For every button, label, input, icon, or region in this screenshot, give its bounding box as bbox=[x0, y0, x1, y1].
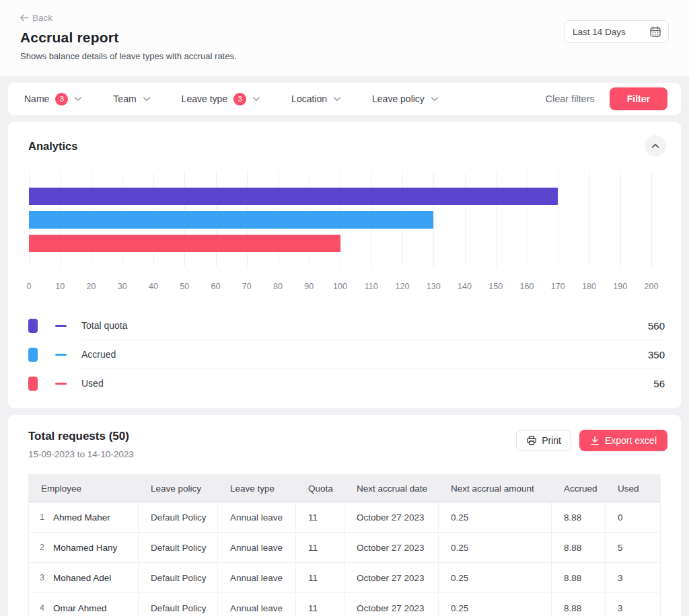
cell-next-accrual-amount: 0.25 bbox=[439, 533, 552, 562]
total-requests-title: Total requests (50) bbox=[28, 430, 134, 443]
legend-dash-icon bbox=[55, 325, 67, 327]
column-header-used: Used bbox=[606, 475, 660, 502]
x-tick-label: 200 bbox=[645, 282, 659, 291]
filter-bar: Name3TeamLeave type3LocationLeave policy… bbox=[8, 83, 681, 115]
filter-button[interactable]: Filter bbox=[610, 87, 667, 110]
analytics-card: Analytics 010203040506070809010011012013… bbox=[8, 122, 681, 408]
filter-dropdown-name[interactable]: Name3 bbox=[24, 93, 82, 106]
gridline bbox=[651, 171, 652, 267]
cell-leave-policy: Default Policy bbox=[139, 502, 218, 532]
legend-value: 56 bbox=[653, 378, 665, 389]
chevron-up-icon bbox=[651, 143, 659, 149]
bar-used bbox=[29, 235, 340, 252]
x-tick-label: 40 bbox=[149, 282, 158, 291]
gridline bbox=[465, 171, 466, 267]
row-index: 3 bbox=[40, 573, 45, 582]
export-excel-button[interactable]: Export excel bbox=[579, 430, 667, 451]
x-tick-label: 80 bbox=[273, 282, 283, 291]
column-header-leave-type: Leave type bbox=[218, 475, 296, 502]
export-excel-label: Export excel bbox=[605, 435, 657, 446]
legend-dash-icon bbox=[55, 354, 67, 356]
chart-legend: Total quota560Accrued350Used56 bbox=[28, 311, 665, 397]
legend-swatch bbox=[28, 377, 38, 391]
print-button[interactable]: Print bbox=[516, 430, 571, 451]
collapse-analytics-button[interactable] bbox=[645, 135, 666, 157]
x-tick-label: 160 bbox=[520, 282, 534, 291]
legend-label: Accrued bbox=[81, 349, 116, 360]
gridline bbox=[558, 171, 558, 267]
cell-next-accrual-date: October 27 2023 bbox=[344, 533, 439, 562]
legend-value: 560 bbox=[648, 320, 665, 332]
cell-next-accrual-amount: 0.25 bbox=[439, 502, 552, 532]
column-header-next-accrual-amount: Next accrual amount bbox=[439, 475, 552, 502]
x-tick-label: 20 bbox=[87, 282, 96, 291]
cell-used: 3 bbox=[606, 563, 660, 592]
bar-accrued bbox=[29, 211, 433, 229]
gridline bbox=[527, 171, 528, 267]
x-tick-label: 120 bbox=[396, 282, 410, 291]
cell-used: 5 bbox=[606, 533, 660, 562]
x-tick-label: 140 bbox=[458, 282, 472, 291]
legend-row-used[interactable]: Used56 bbox=[28, 369, 665, 397]
x-tick-label: 30 bbox=[118, 282, 127, 291]
filter-dropdown-team[interactable]: Team bbox=[113, 93, 150, 104]
filter-items: Name3TeamLeave type3LocationLeave policy bbox=[24, 93, 545, 106]
cell-accrued: 8.88 bbox=[552, 563, 606, 592]
x-tick-label: 190 bbox=[613, 282, 627, 291]
cell-next-accrual-date: October 27 2023 bbox=[344, 563, 439, 592]
page-subtitle: Shows balance details of leave types wit… bbox=[20, 51, 237, 61]
back-link[interactable]: Back bbox=[20, 13, 52, 23]
legend-row-total-quota[interactable]: Total quota560 bbox=[28, 311, 665, 340]
requests-table: EmployeeLeave policyLeave typeQuotaNext … bbox=[28, 474, 661, 616]
filter-label: Leave type bbox=[182, 93, 228, 104]
cell-next-accrual-amount: 0.25 bbox=[439, 593, 552, 616]
cell-quota: 11 bbox=[296, 533, 344, 562]
cell-quota: 11 bbox=[296, 563, 344, 592]
x-tick-label: 180 bbox=[582, 282, 596, 291]
cell-leave-policy: Default Policy bbox=[139, 593, 218, 616]
filter-count-badge: 3 bbox=[55, 93, 68, 106]
filter-dropdown-location[interactable]: Location bbox=[291, 93, 341, 104]
cell-leave-type: Annual leave bbox=[218, 502, 296, 532]
bar-chart: 0102030405060708090100110120130140150160… bbox=[29, 171, 651, 294]
cell-accrued: 8.88 bbox=[552, 533, 606, 562]
cell-employee: 1Ahmed Maher bbox=[29, 502, 139, 532]
cell-accrued: 8.88 bbox=[552, 593, 606, 616]
row-index: 4 bbox=[40, 603, 45, 613]
download-icon bbox=[590, 436, 600, 446]
employee-name: Omar Ahmed bbox=[53, 603, 107, 613]
filter-label: Name bbox=[24, 93, 49, 104]
cell-leave-type: Annual leave bbox=[218, 593, 296, 616]
date-range-select[interactable]: Last 14 Days bbox=[564, 20, 669, 43]
row-index: 1 bbox=[40, 512, 45, 522]
cell-quota: 11 bbox=[296, 593, 344, 616]
cell-leave-policy: Default Policy bbox=[139, 563, 218, 592]
requests-date-range: 15-09-2023 to 14-10-2023 bbox=[28, 449, 134, 459]
column-header-next-accrual-date: Next accrual date bbox=[344, 475, 439, 502]
x-tick-label: 10 bbox=[55, 282, 65, 291]
table-row: 3Mohaned AdelDefault PolicyAnnual leave1… bbox=[29, 563, 660, 593]
employee-name: Ahmed Maher bbox=[53, 512, 110, 523]
gridline bbox=[496, 171, 497, 267]
gridline bbox=[589, 171, 590, 267]
cell-employee: 3Mohaned Adel bbox=[29, 563, 139, 592]
employee-name: Mohaned Adel bbox=[53, 573, 111, 583]
legend-label: Used bbox=[81, 378, 104, 389]
cell-leave-type: Annual leave bbox=[218, 563, 296, 592]
chevron-down-icon bbox=[143, 96, 151, 102]
employee-name: Mohamed Hany bbox=[53, 543, 117, 553]
cell-employee: 2Mohamed Hany bbox=[29, 533, 139, 562]
filter-dropdown-leave-type[interactable]: Leave type3 bbox=[182, 93, 261, 106]
column-header-employee: Employee bbox=[29, 475, 139, 502]
print-label: Print bbox=[542, 435, 561, 446]
filter-dropdown-leave-policy[interactable]: Leave policy bbox=[372, 93, 439, 104]
legend-value: 350 bbox=[648, 349, 665, 360]
gridline bbox=[433, 171, 434, 267]
table-row: 4Omar AhmedDefault PolicyAnnual leave11O… bbox=[29, 593, 660, 616]
legend-row-accrued[interactable]: Accrued350 bbox=[28, 340, 665, 369]
cell-next-accrual-amount: 0.25 bbox=[439, 563, 552, 592]
chevron-down-icon bbox=[333, 96, 341, 102]
clear-filters-button[interactable]: Clear filters bbox=[545, 93, 594, 104]
chevron-down-icon bbox=[74, 96, 82, 102]
chart-x-axis: 0102030405060708090100110120130140150160… bbox=[29, 282, 651, 294]
